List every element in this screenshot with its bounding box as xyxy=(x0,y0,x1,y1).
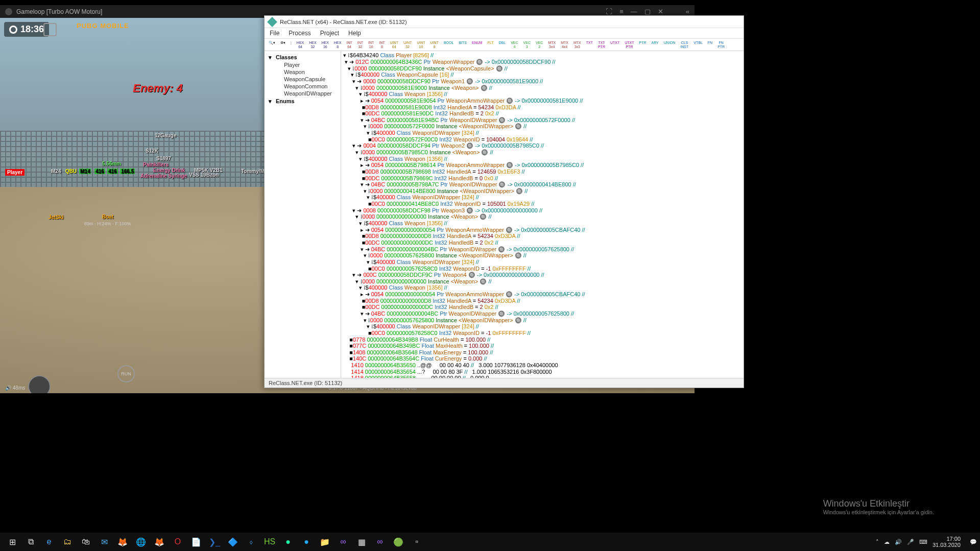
memory-row[interactable]: ▸ ➜ 0054 00000000581E9054 Ptr WeaponAmmo… xyxy=(343,98,742,104)
powershell-icon[interactable]: ❯_ xyxy=(207,535,222,549)
toolbar-mtx-4x4[interactable]: MTX4x4 xyxy=(559,40,570,50)
menu-process[interactable]: Process xyxy=(289,30,310,37)
toolbar-utxt[interactable]: UTXT xyxy=(608,40,622,50)
memory-row[interactable]: ■077C 0000000064B349BC Float MaxHealth =… xyxy=(343,343,742,349)
explorer-icon[interactable]: 🗂 xyxy=(60,535,75,549)
memory-row[interactable]: ▾ ⁞$400000 Class WeaponIDWrapper [324] /… xyxy=(343,194,742,201)
toolbar-vec-2[interactable]: VEC2 xyxy=(534,40,545,50)
toolbar-uint-32[interactable]: UINT32 xyxy=(401,40,414,50)
toolbar-mtx-3x3[interactable]: MTX3x3 xyxy=(571,40,583,50)
menu-help[interactable]: Help xyxy=(348,30,361,37)
toolbar-enum[interactable]: ENUM xyxy=(470,40,485,50)
memory-row[interactable]: ▸ ➜ 0054 0000000000000054 Ptr WeaponAmmo… xyxy=(343,291,742,298)
menu-project[interactable]: Project xyxy=(320,30,339,37)
task-view-icon[interactable]: ⧉ xyxy=(23,535,38,549)
settings-icon[interactable]: ⚙▾ xyxy=(278,40,288,50)
memory-row[interactable]: ▾ ➜ 04BC 00000000000004BC Ptr WeaponIDWr… xyxy=(343,310,742,317)
chrome-icon[interactable]: 🌐 xyxy=(134,535,148,549)
memory-row[interactable]: ▾ ⁞$400000 Class WeaponIDWrapper [324] /… xyxy=(343,130,742,136)
memory-row[interactable]: ▾ ⁞$400000 Class WeaponIDWrapper [324] /… xyxy=(343,259,742,266)
memory-row[interactable]: 1410 0000000064B35650 ..@@ 00 00 40 40 /… xyxy=(343,362,742,369)
memory-row[interactable]: 1414 0000000064B35654 ...? 00 00 80 3F /… xyxy=(343,369,742,375)
toolbar-bool[interactable]: BOOL xyxy=(442,40,456,50)
toolbar-hex-8[interactable]: HEX8 xyxy=(332,40,343,50)
memory-row[interactable]: ■00DC 00000000000000DC Int32 HandledB = … xyxy=(343,239,742,246)
tree-item-player[interactable]: Player xyxy=(267,61,339,68)
exit-button-icon[interactable] xyxy=(43,23,57,36)
tray-mic-icon[interactable]: 🎤 xyxy=(907,539,914,545)
app-icon-3[interactable]: ● xyxy=(281,535,295,549)
tree-item-weapon[interactable]: Weapon xyxy=(267,68,339,76)
memory-row[interactable]: ▾ ⁞$400000 Class Weapon [1356] // xyxy=(343,156,742,162)
tray-onedrive-icon[interactable]: ☁ xyxy=(884,539,890,545)
memory-row[interactable]: ■00C0 00000000572F00C0 Int32 WeaponID = … xyxy=(343,136,742,143)
tray-lang-icon[interactable]: ⌨ xyxy=(919,539,927,545)
tree-item-weaponcapsule[interactable]: WeaponCapsule xyxy=(267,76,339,83)
firefox-dev-icon[interactable]: 🦊 xyxy=(152,535,166,549)
sidebar-toggle-icon[interactable]: « xyxy=(686,8,689,15)
toolbar-hex-16[interactable]: HEX16 xyxy=(320,40,331,50)
search-icon[interactable]: 🔍▾ xyxy=(267,40,277,50)
toolbar-cls-inst[interactable]: CLSINST xyxy=(678,40,690,50)
memory-row[interactable]: ▾ ➜ 0000 0000000058DDCF90 Ptr Weapon1 🔘 … xyxy=(343,78,742,85)
toolbar-uint-16[interactable]: UINT16 xyxy=(415,40,427,50)
store-icon[interactable]: 🛍 xyxy=(79,535,93,549)
toolbar-hex-32[interactable]: HEX32 xyxy=(307,40,318,50)
memory-row[interactable]: ■00C0 00000000576258C0 Int32 WeaponID = … xyxy=(343,266,742,272)
memory-row[interactable]: ▾ ⁞0000 00000000572F0000 Instance <Weapo… xyxy=(343,123,742,130)
toolbar-vec-3[interactable]: VEC3 xyxy=(521,40,533,50)
memory-row[interactable]: ▾ ⁞$64B34240 Class Player [8256] // xyxy=(343,52,742,59)
tree-item-weaponidwrapper[interactable]: WeaponIDWrapper xyxy=(267,90,339,97)
menu-icon[interactable]: ≡ xyxy=(619,8,624,15)
maximize-icon[interactable]: ▢ xyxy=(644,8,651,15)
toolbar-uint-64[interactable]: UINT64 xyxy=(388,40,400,50)
memory-row[interactable]: ▾ ➜ 012C 0000000064B3436C Ptr WeaponWrap… xyxy=(343,59,742,65)
firefox-icon[interactable]: 🦊 xyxy=(115,535,130,549)
notepad-icon[interactable]: 📄 xyxy=(189,535,203,549)
toolbar-txt-ptr[interactable]: TXTPTR xyxy=(596,40,607,50)
toolbar-int-8[interactable]: INT8 xyxy=(377,40,387,50)
memory-row[interactable]: ▸ ➜ 0054 000000005B798614 Ptr WeaponAmmo… xyxy=(343,162,742,169)
mail-icon[interactable]: ✉ xyxy=(97,535,111,549)
memory-row[interactable]: ■00D8 00000000581E90D8 Int32 HandledA = … xyxy=(343,104,742,111)
memory-row[interactable]: ▾ ⁞0000 0000000000000000 Instance <Weapo… xyxy=(343,278,742,285)
tree-classes-header[interactable]: Classes xyxy=(267,53,339,61)
toolbar-mtx-3x4[interactable]: MTX3x4 xyxy=(546,40,558,50)
opera-icon[interactable]: O xyxy=(171,535,185,549)
toolbar-hex-64[interactable]: HEX64 xyxy=(295,40,306,50)
app-icon-8[interactable]: ▫ xyxy=(410,535,424,549)
toolbar-ptr[interactable]: PTR xyxy=(637,40,649,50)
toolbar-ary[interactable]: ARY xyxy=(650,40,661,50)
memory-row[interactable]: ■00DC 000000005B79869C Int32 HandledB = … xyxy=(343,175,742,182)
app-icon-1[interactable]: 🔷 xyxy=(226,535,240,549)
memory-row[interactable]: ▾ ➜ 04BC 00000000000004BC Ptr WeaponIDWr… xyxy=(343,246,742,253)
toolbar-dbl[interactable]: DBL xyxy=(497,40,508,50)
memory-row[interactable]: ▾ ⁞0000 0000000058DDCF90 Instance <Weapo… xyxy=(343,65,742,72)
vs-icon-2[interactable]: ∞ xyxy=(373,535,387,549)
app-icon-6[interactable]: ▦ xyxy=(354,535,369,549)
close-icon[interactable]: ✕ xyxy=(658,8,663,15)
app-icon-4[interactable]: ● xyxy=(299,535,314,549)
toolbar-utxt-ptr[interactable]: UTXTPTR xyxy=(623,40,636,50)
toolbar-union[interactable]: UNION xyxy=(662,40,678,50)
memory-row[interactable]: ▾ ➜ 000C 0000000058DDCF9C Ptr Weapon4 🔘 … xyxy=(343,272,742,278)
toolbar-fn[interactable]: FN xyxy=(706,40,714,50)
memory-row[interactable]: ▾ ⁞0000 00000000414BE800 Instance <Weapo… xyxy=(343,188,742,195)
memory-row[interactable]: ▾ ⁞$400000 Class Weapon [1356] // xyxy=(343,220,742,227)
memory-row[interactable]: ▾ ⁞0000 0000000000000000 Instance <Weapo… xyxy=(343,213,742,220)
memory-row[interactable]: ▾ ⁞0000 0000000057625800 Instance <Weapo… xyxy=(343,317,742,324)
memory-row[interactable]: ▾ ⁞$400000 Class WeaponCapsule [16] // xyxy=(343,71,742,78)
memory-row[interactable]: ▾ ⁞0000 0000000057625800 Instance <Weapo… xyxy=(343,252,742,259)
tree-item-weaponcommon[interactable]: WeaponCommon xyxy=(267,83,339,90)
menu-file[interactable]: File xyxy=(270,30,279,37)
toolbar-int-64[interactable]: INT64 xyxy=(344,40,354,50)
fullscreen-icon[interactable]: ⛶ xyxy=(606,8,612,15)
memory-row[interactable]: ▸ ➜ 0054 0000000000000054 Ptr WeaponAmmo… xyxy=(343,227,742,233)
memory-row[interactable]: ■00D8 00000000000000D8 Int32 HandledA = … xyxy=(343,233,742,239)
memory-row[interactable]: ▾ ⁞0000 000000005B7985C0 Instance <Weapo… xyxy=(343,149,742,156)
minimize-icon[interactable]: — xyxy=(631,8,637,15)
memory-row[interactable]: ▾ ⁞$400000 Class Weapon [1356] // xyxy=(343,284,742,291)
memory-row[interactable]: ▾ ➜ 0004 0000000058DDCF94 Ptr Weapon2 🔘 … xyxy=(343,142,742,149)
toolbar-fn-ptr[interactable]: FNPTR xyxy=(715,40,727,50)
toolbar-txt[interactable]: TXT xyxy=(584,40,595,50)
